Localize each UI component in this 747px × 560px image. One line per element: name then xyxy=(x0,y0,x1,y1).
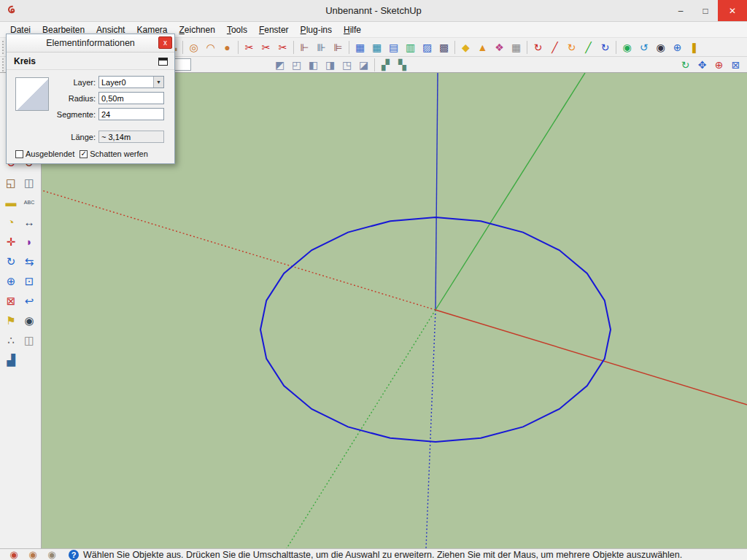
style-palette-icon[interactable]: ❖ xyxy=(491,39,508,55)
layer-grid-icon-3[interactable]: ▤ xyxy=(385,39,402,55)
top-view-icon[interactable]: ◰ xyxy=(288,57,305,72)
dropdown-arrow-icon[interactable]: ▼ xyxy=(153,77,163,88)
zoom-plugin-icon[interactable]: ⊕ xyxy=(669,39,686,55)
left-view-icon[interactable]: ◪ xyxy=(355,57,372,72)
cast-shadows-checkbox-label: Schatten werfen xyxy=(90,149,148,158)
radius-input[interactable]: 0,50m xyxy=(98,92,164,104)
section-plane-icon[interactable]: ▞ xyxy=(377,57,394,72)
text-3d-icon[interactable]: ABC xyxy=(20,193,38,211)
layer-grid-icon-2[interactable]: ▦ xyxy=(368,39,385,55)
maximize-button[interactable]: □ xyxy=(693,0,718,21)
layer-value: Layer0 xyxy=(101,78,126,87)
front-view-icon[interactable]: ◧ xyxy=(305,57,322,72)
segments-row: Segmente: 24 xyxy=(52,108,169,120)
line-green-icon[interactable]: ╱ xyxy=(580,39,597,55)
cast-shadows-checkbox[interactable]: ✓Schatten werfen xyxy=(80,149,148,158)
status-message: Wählen Sie Objekte aus. Drücken Sie die … xyxy=(83,550,682,560)
statusbar-icons: ◉◉◉ xyxy=(4,548,61,560)
material-thumbnail[interactable] xyxy=(15,77,49,111)
axes-tool-icon[interactable]: ✛ xyxy=(2,233,20,250)
zoom-window-icon[interactable]: ⊡ xyxy=(20,272,38,289)
sphere-shape-icon[interactable]: ● xyxy=(219,39,236,55)
position-camera-icon[interactable]: ⚑ xyxy=(2,311,20,329)
look-around-icon[interactable]: ◉ xyxy=(20,311,38,329)
cast-shadows-checkbox-box[interactable]: ✓ xyxy=(80,150,88,158)
minimize-button[interactable]: – xyxy=(668,0,693,21)
dimension-plugin-icon-3[interactable]: ⊫ xyxy=(330,39,347,55)
zoom-tool-icon[interactable]: ⊕ xyxy=(2,272,20,289)
globe-icon[interactable]: ◉ xyxy=(619,39,635,55)
toolbar-separator xyxy=(527,41,527,54)
zoom-extents-icon[interactable]: ⊠ xyxy=(2,292,20,309)
cut-plugin-icon-1[interactable]: ✂ xyxy=(241,39,258,55)
torus-shape-icon[interactable]: ◎ xyxy=(185,39,202,55)
dialog-titlebar[interactable]: Elementinformationen x xyxy=(7,34,174,52)
dimension-icon[interactable]: ↔ xyxy=(20,213,38,230)
segments-input[interactable]: 24 xyxy=(98,108,164,120)
menu-zeichnen[interactable]: Zeichnen xyxy=(174,23,221,36)
protractor-icon[interactable]: ◔ xyxy=(2,213,20,230)
length-label: Länge: xyxy=(52,133,96,141)
style-grid-icon[interactable]: ▦ xyxy=(508,39,525,55)
dimension-plugin-icon-1[interactable]: ⊩ xyxy=(296,39,313,55)
toolbar-grip[interactable] xyxy=(2,41,5,54)
cut-plugin-icon-2[interactable]: ✂ xyxy=(258,39,274,55)
layer-grid-icon-5[interactable]: ▨ xyxy=(419,39,436,55)
line-red-icon[interactable]: ╱ xyxy=(546,39,563,55)
cut-plugin-icon-3[interactable]: ✂ xyxy=(274,39,291,55)
offset-tool-icon[interactable]: ◫ xyxy=(20,174,38,191)
pan-icon[interactable]: ✥ xyxy=(694,57,711,72)
iso-view-icon[interactable]: ◩ xyxy=(271,57,288,72)
right-view-icon[interactable]: ◨ xyxy=(322,57,338,72)
selected-circle-entity[interactable] xyxy=(260,217,611,442)
zoom-extents-icon[interactable]: ⊠ xyxy=(727,57,744,72)
menu-fenster[interactable]: Fenster xyxy=(253,23,295,36)
eye-icon[interactable]: ◉ xyxy=(652,39,669,55)
toolbar-grip[interactable] xyxy=(2,58,5,71)
layer-grid-icon-1[interactable]: ▦ xyxy=(352,39,368,55)
claim-credit-icon[interactable]: ◉ xyxy=(23,548,42,560)
dimension-plugin-icon-2[interactable]: ⊪ xyxy=(313,39,330,55)
toggle-details-button[interactable] xyxy=(158,57,169,66)
dialog-checkboxes: Ausgeblendet✓Schatten werfen xyxy=(7,147,174,163)
section-display-icon[interactable]: ▚ xyxy=(394,57,411,72)
scale-tool-icon[interactable]: ◱ xyxy=(2,174,20,191)
entity-info-dialog: Elementinformationen x Kreis Layer: Laye… xyxy=(6,34,175,164)
style-diamond-icon[interactable]: ◆ xyxy=(457,39,474,55)
back-view-icon[interactable]: ◳ xyxy=(338,57,355,72)
menu-plug-ins[interactable]: Plug-ins xyxy=(295,23,338,36)
style-cone-icon[interactable]: ▲ xyxy=(474,39,491,55)
titlebar[interactable]: Unbenannt - SketchUp – □ ✕ xyxy=(0,0,747,22)
paint-bucket-icon[interactable]: ◗ xyxy=(20,233,38,250)
tape-measure-icon[interactable]: ▬ xyxy=(2,193,20,211)
layer-grid-icon-6[interactable]: ▩ xyxy=(436,39,452,55)
camera-toolbar-icons: ↻✥⊕⊠ xyxy=(677,57,744,72)
close-button[interactable]: ✕ xyxy=(718,0,747,21)
key-icon[interactable]: ❚ xyxy=(686,39,703,55)
green-axis-positive xyxy=(436,73,585,310)
orbit-icon[interactable]: ↻ xyxy=(677,57,694,72)
layer-select[interactable]: Layer0 ▼ xyxy=(98,76,164,88)
geo-location-icon[interactable]: ◉ xyxy=(4,548,23,560)
layer-grid-icon-4[interactable]: ▥ xyxy=(402,39,419,55)
dialog-close-button[interactable]: x xyxy=(158,36,172,49)
refresh-icon[interactable]: ↺ xyxy=(635,39,652,55)
menu-tools[interactable]: Tools xyxy=(221,23,253,36)
menu-hilfe[interactable]: Hilfe xyxy=(338,23,367,36)
rotate-red-icon[interactable]: ↻ xyxy=(530,39,546,55)
previous-view-icon[interactable]: ↩ xyxy=(20,292,38,309)
section-tool-icon[interactable]: ◫ xyxy=(20,331,38,349)
dome-shape-icon[interactable]: ◠ xyxy=(202,39,219,55)
zoom-icon[interactable]: ⊕ xyxy=(711,57,727,72)
window-title: Unbenannt - SketchUp xyxy=(0,5,747,16)
hidden-checkbox-box[interactable] xyxy=(15,150,23,158)
pan-tool-icon[interactable]: ⇆ xyxy=(20,252,38,270)
help-icon[interactable]: ? xyxy=(69,550,79,560)
sandbox-chart-icon[interactable]: ▟ xyxy=(2,351,20,368)
hidden-checkbox[interactable]: Ausgeblendet xyxy=(15,149,74,158)
model-credit-icon[interactable]: ◉ xyxy=(42,548,61,560)
rotate-orange-icon[interactable]: ↻ xyxy=(563,39,580,55)
rotate-blue-icon[interactable]: ↻ xyxy=(597,39,614,55)
orbit-tool-icon[interactable]: ↻ xyxy=(2,252,20,270)
walk-tool-icon[interactable]: ∴ xyxy=(2,331,20,349)
